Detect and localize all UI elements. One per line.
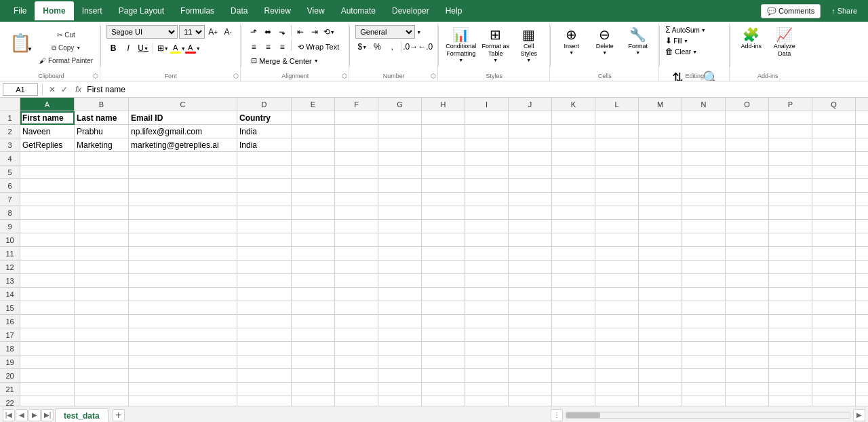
cell-I20[interactable] (465, 369, 509, 383)
cell-A21[interactable] (20, 383, 75, 396)
cell-D6[interactable] (237, 179, 292, 193)
cell-M9[interactable] (639, 220, 682, 233)
cell-G3[interactable] (378, 138, 422, 152)
decrease-decimal-button[interactable]: ←.0 (418, 40, 432, 54)
cell-F18[interactable] (335, 342, 378, 356)
cell-M2[interactable] (639, 125, 682, 138)
cell-B18[interactable] (75, 342, 129, 356)
cell-P1[interactable] (769, 111, 812, 125)
format-button[interactable]: 🔧 Format ▼ (623, 25, 653, 64)
cell-J10[interactable] (509, 233, 552, 247)
format-table-arrow[interactable]: ▼ (493, 58, 498, 62)
cell-E16[interactable] (292, 315, 335, 328)
cell-Q14[interactable] (812, 288, 856, 301)
row-header-11[interactable]: 11 (0, 247, 20, 261)
cell-J6[interactable] (509, 179, 552, 193)
cell-P19[interactable] (769, 356, 812, 369)
cell-D11[interactable] (237, 247, 292, 261)
cell-I7[interactable] (465, 193, 509, 206)
cell-P20[interactable] (769, 369, 812, 383)
cell-D19[interactable] (237, 356, 292, 369)
cell-H1[interactable] (422, 111, 465, 125)
font-color-arrow[interactable]: ▼ (196, 46, 201, 51)
cell-E2[interactable] (292, 125, 335, 138)
cell-K14[interactable] (552, 288, 595, 301)
tab-file[interactable]: File (5, 1, 35, 20)
cell-A8[interactable] (20, 206, 75, 220)
row-header-20[interactable]: 20 (0, 369, 20, 383)
cell-F2[interactable] (335, 125, 378, 138)
cell-A7[interactable] (20, 193, 75, 206)
sheet-nav-first[interactable]: |◀ (3, 409, 15, 421)
cell-F5[interactable] (335, 166, 378, 179)
cell-C7[interactable] (129, 193, 237, 206)
cell-J9[interactable] (509, 220, 552, 233)
cell-B17[interactable] (75, 328, 129, 342)
cell-J14[interactable] (509, 288, 552, 301)
cell-P6[interactable] (769, 179, 812, 193)
row-header-5[interactable]: 5 (0, 166, 20, 179)
cell-K13[interactable] (552, 274, 595, 288)
cell-A11[interactable] (20, 247, 75, 261)
cell-D14[interactable] (237, 288, 292, 301)
cell-R7[interactable] (856, 193, 868, 206)
cell-B9[interactable] (75, 220, 129, 233)
cell-G8[interactable] (378, 206, 422, 220)
cut-button[interactable]: ✂ Cut (37, 29, 96, 41)
cell-G18[interactable] (378, 342, 422, 356)
cell-I6[interactable] (465, 179, 509, 193)
cell-Q7[interactable] (812, 193, 856, 206)
col-header-D[interactable]: D (237, 98, 292, 111)
cell-R17[interactable] (856, 328, 868, 342)
cell-M18[interactable] (639, 342, 682, 356)
cell-K15[interactable] (552, 301, 595, 315)
cell-J18[interactable] (509, 342, 552, 356)
cell-D4[interactable] (237, 152, 292, 166)
cell-I14[interactable] (465, 288, 509, 301)
cell-F21[interactable] (335, 383, 378, 396)
cell-F3[interactable] (335, 138, 378, 152)
tab-review[interactable]: Review (256, 1, 298, 20)
cell-D15[interactable] (237, 301, 292, 315)
cell-H19[interactable] (422, 356, 465, 369)
row-header-13[interactable]: 13 (0, 274, 20, 288)
borders-arrow[interactable]: ▼ (164, 46, 169, 51)
cell-G20[interactable] (378, 369, 422, 383)
cell-B2[interactable]: Prabhu (75, 125, 129, 138)
merge-arrow[interactable]: ▼ (314, 58, 319, 63)
cell-J3[interactable] (509, 138, 552, 152)
col-header-R[interactable]: R (856, 98, 868, 111)
cell-F12[interactable] (335, 261, 378, 274)
cell-I10[interactable] (465, 233, 509, 247)
cell-A17[interactable] (20, 328, 75, 342)
cell-E14[interactable] (292, 288, 335, 301)
cell-G19[interactable] (378, 356, 422, 369)
cell-Q21[interactable] (812, 383, 856, 396)
cell-M3[interactable] (639, 138, 682, 152)
cell-C16[interactable] (129, 315, 237, 328)
row-header-2[interactable]: 2 (0, 125, 20, 138)
col-header-N[interactable]: N (682, 98, 726, 111)
cell-R13[interactable] (856, 274, 868, 288)
cell-E5[interactable] (292, 166, 335, 179)
cell-I1[interactable] (465, 111, 509, 125)
clear-button[interactable]: 🗑 Clear ▼ (665, 47, 697, 56)
insert-button[interactable]: ⊕ Insert ▼ (556, 25, 587, 64)
cell-N11[interactable] (682, 247, 726, 261)
col-header-B[interactable]: B (75, 98, 129, 111)
cell-P3[interactable] (769, 138, 812, 152)
cell-F19[interactable] (335, 356, 378, 369)
cell-G12[interactable] (378, 261, 422, 274)
col-header-F[interactable]: F (335, 98, 378, 111)
cell-G10[interactable] (378, 233, 422, 247)
cell-F7[interactable] (335, 193, 378, 206)
cell-O7[interactable] (726, 193, 769, 206)
cell-M8[interactable] (639, 206, 682, 220)
cell-M16[interactable] (639, 315, 682, 328)
cell-B20[interactable] (75, 369, 129, 383)
cell-N13[interactable] (682, 274, 726, 288)
format-painter-button[interactable]: 🖌 Format Painter (37, 55, 96, 67)
cell-D16[interactable] (237, 315, 292, 328)
cell-J1[interactable] (509, 111, 552, 125)
row-header-18[interactable]: 18 (0, 342, 20, 356)
